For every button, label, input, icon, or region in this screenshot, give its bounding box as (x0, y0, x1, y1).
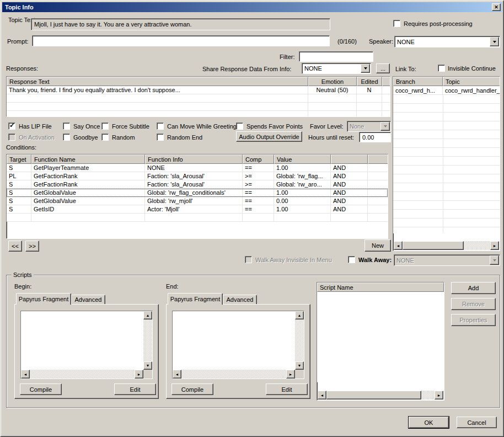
column-header-emotion[interactable]: Emotion (308, 77, 357, 86)
favor-level-dropdown: None (347, 121, 391, 132)
scroll-right-icon[interactable]: ► (135, 370, 143, 379)
begin-tab-advanced[interactable]: Advanced (71, 295, 105, 305)
scroll-left-icon[interactable]: ◄ (394, 241, 403, 250)
begin-tab-papyrus-fragment[interactable]: Papyrus Fragment (16, 293, 71, 305)
close-button[interactable]: ✕ (492, 3, 501, 11)
audio-output-override-button[interactable]: Audio Output Override (236, 131, 302, 142)
has-lip-file-checkbox[interactable]: ✓ (8, 122, 15, 130)
scroll-up-icon[interactable]: ▲ (295, 311, 304, 319)
speaker-value: NONE (395, 36, 489, 47)
walk-away-value: NONE (394, 255, 489, 265)
prompt-input[interactable] (32, 35, 330, 46)
end-compile-button[interactable]: Compile (171, 383, 213, 395)
end-fragment-hscrollbar[interactable]: ◄ ► (173, 370, 295, 379)
cancel-button[interactable]: Cancel (457, 417, 497, 428)
scroll-up-icon[interactable]: ▲ (143, 311, 152, 319)
title-bar[interactable]: Topic Info ✕ (2, 2, 502, 12)
column-header-value[interactable]: Value (274, 154, 331, 164)
column-header-topic[interactable]: Topic (443, 77, 500, 86)
end-fragment-text[interactable] (173, 311, 295, 370)
scroll-left-icon[interactable]: ◄ (173, 370, 181, 379)
begin-edit-button[interactable]: Edit (114, 383, 156, 395)
chevron-down-icon (493, 259, 496, 262)
share-response-browse-button[interactable]: ... (376, 63, 390, 73)
chevron-down-icon (493, 41, 496, 43)
condition-move-right-button[interactable]: >> (25, 241, 39, 252)
column-header-comp[interactable]: Comp (243, 154, 274, 164)
link-to-row[interactable]: coco_rwrd_h... coco_rwrd_handler_ (393, 86, 500, 95)
scroll-left-icon[interactable]: ◄ (318, 391, 326, 399)
goodbye-checkbox[interactable] (63, 134, 70, 141)
add-script-button[interactable]: Add (451, 282, 496, 294)
condition-row-selected[interactable]: SGetGlobalValue Global: 'rw_flag_conditi… (7, 189, 388, 197)
ok-button[interactable]: OK (409, 417, 449, 428)
share-response-dropdown-button[interactable] (361, 64, 370, 73)
invisible-continue-checkbox[interactable] (438, 65, 445, 72)
can-move-while-greeting-checkbox[interactable] (157, 122, 164, 130)
script-list-body[interactable] (317, 292, 444, 382)
column-header-target[interactable]: Target (7, 154, 31, 164)
walk-away-checkbox[interactable] (348, 256, 355, 263)
add-script-label: Add (468, 285, 479, 291)
begin-fragment-hscrollbar[interactable]: ◄ ► (21, 370, 143, 379)
scripts-group-label: Scripts (12, 271, 34, 278)
column-header-blank[interactable] (382, 77, 390, 86)
force-subtitle-checkbox[interactable] (101, 122, 109, 130)
column-header-function-name[interactable]: Function Name (31, 154, 145, 164)
share-response-dropdown[interactable]: NONE (302, 63, 371, 74)
script-list-hscrollbar[interactable]: ◄ ► (318, 391, 443, 399)
scroll-right-icon[interactable]: ► (435, 391, 443, 399)
spends-favor-points-label: Spends Favor Points (246, 123, 303, 130)
script-list-hscroll-thumb[interactable] (326, 391, 421, 399)
scroll-right-icon[interactable]: ► (490, 241, 499, 250)
scroll-right-icon[interactable]: ► (286, 370, 295, 379)
scroll-left-icon[interactable]: ◄ (21, 370, 30, 379)
end-tab-papyrus-fragment[interactable]: Papyrus Fragment (168, 293, 223, 305)
remove-script-label: Remove (462, 301, 485, 307)
end-tab-papyrus-fragment-label: Papyrus Fragment (170, 296, 220, 302)
column-header-branch[interactable]: Branch (393, 77, 443, 86)
hours-until-reset-input[interactable]: 0.00 (359, 132, 391, 142)
end-tab-advanced[interactable]: Advanced (223, 295, 257, 305)
begin-fragment-editor[interactable]: ▲ ▼ ◄ ► (20, 311, 153, 379)
begin-compile-button[interactable]: Compile (20, 383, 62, 395)
column-header-response-text[interactable]: Response Text (7, 77, 308, 86)
begin-fragment-text[interactable] (21, 311, 143, 370)
requires-post-processing-checkbox[interactable] (393, 20, 400, 27)
random-checkbox[interactable] (101, 134, 109, 141)
chevron-down-icon (384, 125, 387, 127)
random-end-checkbox[interactable] (157, 134, 164, 141)
script-list-hscroll-track[interactable] (421, 391, 435, 399)
column-header-blank[interactable] (368, 154, 388, 164)
speaker-dropdown[interactable]: NONE (394, 36, 500, 47)
column-header-op[interactable] (331, 154, 368, 164)
new-condition-button[interactable]: New (364, 239, 391, 252)
link-to-hscroll-thumb[interactable] (403, 241, 464, 250)
end-edit-button[interactable]: Edit (266, 383, 308, 395)
response-row[interactable]: Thank you, friend. I find you equally at… (7, 86, 390, 94)
condition-row[interactable]: SGetFactionRank Faction: 'sla_Arousal'>=… (7, 180, 388, 189)
audio-output-override-label: Audio Output Override (239, 134, 299, 140)
end-fragment-editor[interactable]: ▲ ▼ ◄ ► (172, 311, 304, 379)
condition-row[interactable]: SGetGlobalValue Global: 'rw_mjoll'== 0.0… (7, 197, 388, 205)
condition-row[interactable]: SGetIsID Actor: 'Mjoll'== 1.00AND (7, 205, 388, 214)
speaker-label: Speaker: (369, 38, 393, 45)
begin-fragment-vscrollbar[interactable]: ▲ ▼ (143, 311, 152, 370)
scroll-down-icon[interactable]: ▼ (143, 361, 152, 370)
column-header-script-name[interactable]: Script Name (317, 283, 444, 292)
end-fragment-vscrollbar[interactable]: ▲ ▼ (295, 311, 304, 370)
column-header-function-info[interactable]: Function Info (145, 154, 243, 164)
responses-table-header: Response Text Emotion Edited (7, 77, 390, 86)
scroll-down-icon[interactable]: ▼ (295, 361, 304, 370)
end-edit-label: Edit (282, 386, 292, 393)
condition-row[interactable]: SGetPlayerTeammate NONE== 1.00AND (7, 164, 388, 172)
link-to-hscrollbar[interactable]: ◄ ► (394, 241, 499, 250)
condition-row[interactable]: PLGetFactionRank Faction: 'sla_Arousal'>… (7, 172, 388, 180)
spends-favor-points-checkbox[interactable] (236, 122, 243, 130)
link-to-hscroll-track[interactable] (464, 241, 490, 250)
speaker-dropdown-button[interactable] (490, 37, 499, 46)
condition-move-left-button[interactable]: << (8, 241, 22, 252)
filter-input[interactable] (299, 51, 373, 62)
column-header-edited[interactable]: Edited (357, 77, 382, 86)
say-once-checkbox[interactable] (63, 122, 70, 130)
